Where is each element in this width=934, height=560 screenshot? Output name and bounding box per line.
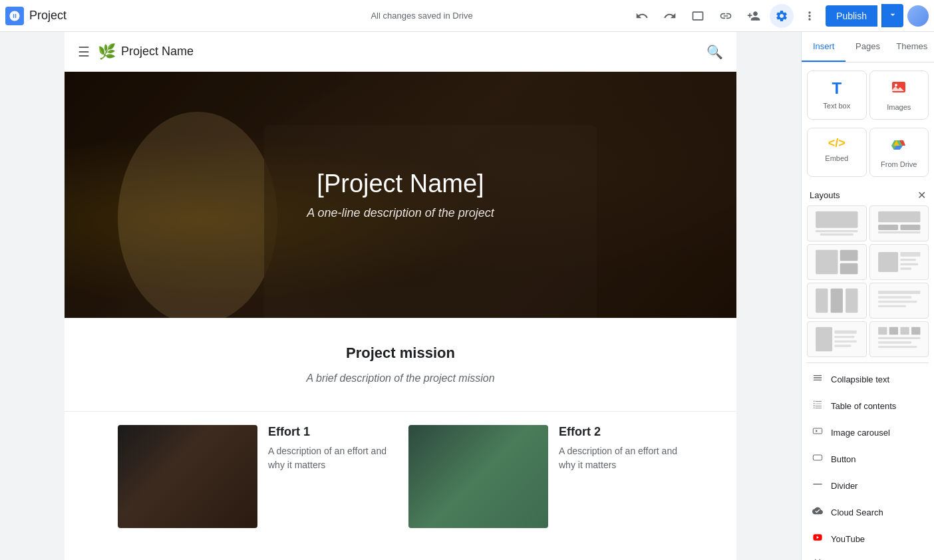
efforts-grid: Effort 1 A description of an effort and … bbox=[118, 425, 683, 528]
svg-rect-2 bbox=[816, 211, 857, 228]
svg-rect-27 bbox=[834, 341, 856, 343]
mission-title: Project mission bbox=[118, 345, 683, 362]
image-carousel-item[interactable]: Image carousel bbox=[807, 419, 929, 446]
tab-themes[interactable]: Themes bbox=[890, 32, 934, 62]
svg-rect-10 bbox=[840, 250, 858, 261]
calendar-item[interactable]: Calendar bbox=[807, 552, 929, 560]
effort-title-2: Effort 2 bbox=[559, 425, 683, 439]
collapsible-text-item[interactable]: Collapsible text bbox=[807, 366, 929, 392]
cloud-search-item[interactable]: Cloud Search bbox=[807, 499, 929, 525]
button-item[interactable]: Button bbox=[807, 446, 929, 472]
layout-option-7[interactable] bbox=[807, 321, 867, 357]
svg-rect-31 bbox=[900, 327, 909, 335]
search-icon[interactable]: 🔍 bbox=[706, 44, 723, 60]
layouts-label: Layouts bbox=[810, 190, 840, 200]
mission-section: Project mission A brief description of t… bbox=[65, 318, 736, 412]
layout-option-4[interactable] bbox=[869, 244, 929, 280]
svg-rect-18 bbox=[831, 289, 843, 313]
redo-button[interactable] bbox=[658, 4, 682, 28]
svg-rect-15 bbox=[900, 263, 918, 265]
topbar-left: Project bbox=[5, 7, 214, 25]
embed-icon: </> bbox=[828, 136, 846, 150]
canvas-area[interactable]: ☰ 🌿 Project Name 🔍 [Project Name] A one-… bbox=[0, 32, 801, 560]
divider-item[interactable]: Divider bbox=[807, 472, 929, 499]
divider-1 bbox=[807, 362, 929, 363]
svg-rect-3 bbox=[816, 230, 857, 232]
publish-dropdown-button[interactable] bbox=[881, 4, 903, 27]
svg-rect-26 bbox=[834, 336, 854, 338]
layout-option-6[interactable] bbox=[869, 283, 929, 319]
carousel-label: Image carousel bbox=[831, 428, 890, 438]
site-preview: ☰ 🌿 Project Name 🔍 [Project Name] A one-… bbox=[65, 32, 736, 560]
add-user-button[interactable] bbox=[742, 4, 766, 28]
insert-images-button[interactable]: Images bbox=[869, 70, 929, 120]
hero-title: [Project Name] bbox=[307, 170, 494, 198]
svg-rect-14 bbox=[900, 259, 915, 261]
table-of-contents-item[interactable]: Table of contents bbox=[807, 392, 929, 419]
right-panel: Insert Pages Themes T Text box Images bbox=[801, 32, 934, 560]
tab-pages[interactable]: Pages bbox=[846, 32, 889, 62]
panel-list: Collapsible text Table of contents Image… bbox=[807, 366, 929, 560]
youtube-label: YouTube bbox=[831, 534, 865, 544]
svg-rect-29 bbox=[878, 327, 887, 335]
drive-icon bbox=[891, 136, 907, 156]
svg-rect-28 bbox=[834, 345, 851, 347]
images-label: Images bbox=[887, 103, 911, 111]
hero-section[interactable]: [Project Name] A one-line description of… bbox=[65, 72, 736, 318]
svg-rect-8 bbox=[878, 231, 920, 233]
publish-button[interactable]: Publish bbox=[826, 5, 877, 27]
svg-rect-13 bbox=[900, 252, 920, 257]
svg-rect-35 bbox=[878, 346, 917, 348]
site-header: ☰ 🌿 Project Name 🔍 bbox=[65, 32, 736, 72]
cloud-search-label: Cloud Search bbox=[831, 507, 883, 517]
svg-rect-23 bbox=[878, 305, 906, 307]
hero-content: [Project Name] A one-line description of… bbox=[307, 170, 494, 220]
layouts-header: Layouts ✕ bbox=[807, 185, 929, 206]
svg-rect-5 bbox=[878, 211, 920, 223]
efforts-section: Effort 1 A description of an effort and … bbox=[65, 412, 736, 555]
layout-option-8[interactable] bbox=[869, 321, 929, 357]
svg-point-1 bbox=[895, 84, 897, 86]
layout-option-1[interactable] bbox=[807, 206, 867, 241]
panel-tabs: Insert Pages Themes bbox=[802, 32, 934, 63]
svg-rect-17 bbox=[816, 289, 828, 313]
layouts-close-button[interactable]: ✕ bbox=[917, 189, 926, 202]
undo-button[interactable] bbox=[630, 4, 654, 28]
layout-option-5[interactable] bbox=[807, 283, 867, 319]
svg-rect-20 bbox=[878, 291, 920, 294]
more-button[interactable] bbox=[798, 4, 822, 28]
site-logo-icon: 🌿 bbox=[98, 43, 116, 61]
svg-rect-11 bbox=[840, 263, 858, 275]
insert-grid-1: T Text box Images bbox=[807, 70, 929, 120]
insert-drive-button[interactable]: From Drive bbox=[869, 128, 929, 177]
link-button[interactable] bbox=[714, 4, 738, 28]
youtube-item[interactable]: YouTube bbox=[807, 525, 929, 552]
topbar: Project All changes saved in Drive Publi… bbox=[0, 0, 934, 32]
layout-option-2[interactable] bbox=[869, 206, 929, 241]
avatar[interactable] bbox=[907, 5, 929, 27]
divider-label: Divider bbox=[831, 481, 857, 491]
images-icon bbox=[891, 79, 907, 99]
svg-rect-4 bbox=[820, 233, 854, 235]
topbar-center: All changes saved in Drive bbox=[214, 11, 630, 21]
settings-button[interactable] bbox=[770, 4, 794, 28]
svg-rect-6 bbox=[878, 225, 898, 230]
effort-image-1 bbox=[118, 425, 257, 528]
svg-rect-22 bbox=[878, 301, 917, 303]
toc-icon bbox=[811, 399, 824, 412]
hamburger-icon[interactable]: ☰ bbox=[78, 44, 90, 60]
saved-status: All changes saved in Drive bbox=[371, 11, 472, 21]
main-container: ☰ 🌿 Project Name 🔍 [Project Name] A one-… bbox=[0, 32, 934, 560]
layout-option-3[interactable] bbox=[807, 244, 867, 280]
topbar-right: Publish bbox=[630, 4, 929, 28]
effort-desc-1: A description of an effort and why it ma… bbox=[268, 444, 392, 472]
svg-rect-32 bbox=[911, 327, 920, 335]
effort-title-1: Effort 1 bbox=[268, 425, 392, 439]
cloud-search-icon bbox=[811, 505, 824, 519]
insert-embed-button[interactable]: </> Embed bbox=[807, 128, 867, 177]
insert-textbox-button[interactable]: T Text box bbox=[807, 70, 867, 120]
preview-button[interactable] bbox=[686, 4, 710, 28]
insert-grid-2: </> Embed From Drive bbox=[807, 128, 929, 177]
app-title: Project bbox=[29, 9, 67, 23]
tab-insert[interactable]: Insert bbox=[802, 32, 846, 62]
